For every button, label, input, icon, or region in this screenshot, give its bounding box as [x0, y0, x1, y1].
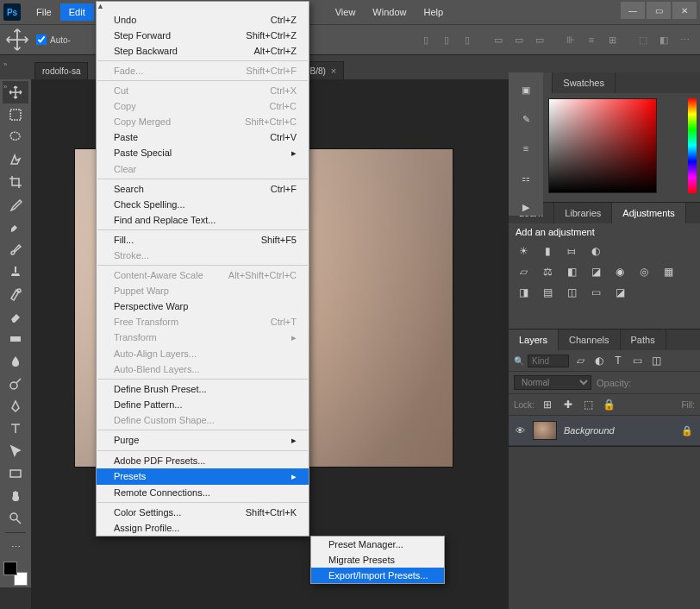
auto-select-check[interactable]: Auto- [36, 35, 71, 45]
menu-item-free-transform[interactable]: Free TransformCtrl+T [97, 314, 309, 330]
zoom-tool[interactable] [3, 507, 28, 530]
submenu-item-preset-manager[interactable]: Preset Manager... [311, 537, 444, 552]
threshold-icon[interactable]: ◫ [564, 286, 579, 299]
menu-item-step-backward[interactable]: Step BackwardAlt+Ctrl+Z [97, 43, 309, 59]
menu-item-paste[interactable]: PasteCtrl+V [97, 129, 309, 145]
filter-type-icon[interactable]: T [610, 354, 626, 367]
layer-row-background[interactable]: 👁 Background 🔒 [509, 416, 700, 446]
maximize-button[interactable]: ▭ [647, 2, 671, 19]
tab-swatches[interactable]: Swatches [553, 72, 616, 93]
align-center-h-icon[interactable]: ▯ [436, 31, 457, 48]
lock-artboard-icon[interactable]: ⬚ [581, 398, 597, 411]
filter-adjust-icon[interactable]: ◐ [591, 354, 607, 367]
tab-channels[interactable]: Channels [559, 330, 620, 350]
menu-item-auto-align-layers[interactable]: Auto-Align Layers... [97, 346, 309, 361]
menu-item-step-forward[interactable]: Step ForwardShift+Ctrl+Z [97, 28, 309, 43]
minimize-button[interactable]: — [621, 2, 645, 19]
dodge-tool[interactable] [3, 373, 28, 395]
menu-item-cut[interactable]: CutCtrl+X [97, 83, 309, 98]
menu-item-adobe-pdf-presets[interactable]: Adobe PDF Presets... [97, 453, 309, 468]
tab-paths[interactable]: Paths [621, 330, 666, 350]
menu-item-perspective-warp[interactable]: Perspective Warp [97, 298, 309, 314]
align-center-v-icon[interactable]: ▭ [509, 31, 529, 48]
foreground-background-colors[interactable] [3, 562, 28, 586]
menu-file[interactable]: File [28, 3, 60, 21]
distribute-h-icon[interactable]: ⊪ [560, 31, 581, 48]
brush-settings-icon[interactable]: ✎ [517, 110, 534, 128]
curves-icon[interactable]: ⧦ [564, 244, 579, 258]
dock-toggle-icon[interactable]: » [3, 60, 7, 68]
marquee-tool[interactable] [3, 104, 28, 126]
document-tab[interactable]: rodolfo-sa [34, 62, 88, 79]
menu-item-remote-connections[interactable]: Remote Connections... [97, 485, 309, 500]
align-right-icon[interactable]: ▯ [457, 31, 478, 48]
menu-item-search[interactable]: SearchCtrl+F [97, 181, 309, 197]
type-tool[interactable] [3, 418, 28, 440]
healing-brush-tool[interactable] [3, 216, 28, 238]
menu-item-assign-profile[interactable]: Assign Profile... [97, 520, 309, 536]
menu-help[interactable]: Help [415, 3, 452, 21]
invert-icon[interactable]: ◨ [516, 286, 531, 299]
hand-tool[interactable] [3, 485, 28, 507]
distribute-v-icon[interactable]: ≡ [581, 31, 602, 48]
menu-window[interactable]: Window [364, 3, 415, 21]
menu-item-define-custom-shape[interactable]: Define Custom Shape... [97, 412, 309, 428]
menu-item-paste-special[interactable]: Paste Special▸ [97, 145, 309, 161]
layer-visibility-icon[interactable]: 👁 [516, 425, 526, 436]
align-bottom-icon[interactable]: ▭ [529, 31, 550, 48]
photo-filter-icon[interactable]: ◉ [612, 265, 628, 279]
menu-item-fade[interactable]: Fade...Shift+Ctrl+F [97, 63, 309, 78]
lock-pixels-icon[interactable]: ⊞ [540, 398, 555, 411]
rectangle-tool[interactable] [3, 462, 28, 485]
pen-tool[interactable] [3, 395, 28, 418]
menu-item-undo[interactable]: UndoCtrl+Z [97, 12, 309, 28]
quick-select-tool[interactable] [3, 148, 28, 171]
blur-tool[interactable] [3, 350, 28, 373]
menu-edit[interactable]: Edit [60, 3, 94, 21]
color-field[interactable] [548, 98, 657, 193]
hue-slider[interactable] [688, 98, 697, 193]
brush-tool[interactable] [3, 238, 28, 261]
lock-all-icon[interactable]: 🔒 [602, 398, 617, 411]
vibrance-icon[interactable]: ▱ [516, 265, 531, 279]
crop-tool[interactable] [3, 171, 28, 193]
filter-shape-icon[interactable]: ▭ [629, 354, 645, 367]
menu-item-copy[interactable]: CopyCtrl+C [97, 98, 309, 114]
menu-scroll-up-icon[interactable]: ▲ [97, 2, 309, 12]
layer-filter-search-icon[interactable]: 🔍 [514, 356, 524, 366]
paragraph-panel-icon[interactable]: ≡ [517, 140, 534, 157]
lasso-tool[interactable] [3, 126, 28, 148]
tools-dock-toggle[interactable]: » [3, 83, 7, 91]
menu-item-transform[interactable]: Transform▸ [97, 330, 309, 346]
close-tab-icon[interactable]: × [331, 66, 336, 76]
menu-item-content-aware-scale[interactable]: Content-Aware ScaleAlt+Shift+Ctrl+C [97, 267, 309, 283]
bw-icon[interactable]: ◪ [588, 265, 603, 279]
channel-mixer-icon[interactable]: ◎ [636, 265, 652, 279]
tab-layers[interactable]: Layers [509, 330, 559, 350]
close-button[interactable]: ✕ [672, 2, 697, 19]
clone-stamp-tool[interactable] [3, 261, 28, 283]
history-panel-icon[interactable]: ▣ [517, 81, 534, 98]
foreground-color-swatch[interactable] [3, 562, 17, 575]
menu-item-find-and-replace-text[interactable]: Find and Replace Text... [97, 212, 309, 228]
align-top-icon[interactable]: ▭ [488, 31, 509, 48]
menu-item-auto-blend-layers[interactable]: Auto-Blend Layers... [97, 361, 309, 377]
mask-mode-icon[interactable]: ◧ [653, 31, 674, 48]
filter-pixel-icon[interactable]: ▱ [572, 354, 588, 367]
selective-color-icon[interactable]: ◪ [612, 286, 628, 299]
move-tool-preset[interactable] [5, 29, 29, 50]
menu-item-check-spelling[interactable]: Check Spelling... [97, 197, 309, 212]
edit-toolbar[interactable]: ⋯ [3, 536, 28, 558]
menu-item-stroke[interactable]: Stroke... [97, 248, 309, 263]
gradient-map-icon[interactable]: ▭ [588, 286, 603, 299]
submenu-item-export-import-presets[interactable]: Export/Import Presets... [311, 568, 444, 583]
align-left-icon[interactable]: ▯ [416, 31, 436, 48]
hue-sat-icon[interactable]: ⚖ [540, 265, 555, 279]
extra-icon[interactable]: ⋯ [674, 31, 695, 48]
gradient-tool[interactable] [3, 328, 28, 350]
layer-thumbnail[interactable] [533, 421, 557, 440]
history-brush-tool[interactable] [3, 283, 28, 305]
lock-position-icon[interactable]: ✚ [560, 398, 576, 411]
color-balance-icon[interactable]: ◧ [564, 265, 579, 279]
actions-panel-icon[interactable]: ▶ [517, 198, 534, 216]
